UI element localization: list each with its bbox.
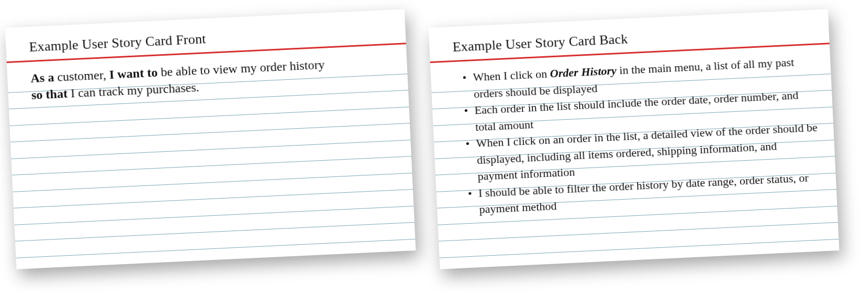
index-card-back: Example User Story Card Back When I clic… bbox=[429, 9, 840, 269]
criterion-text-pre: When I click on bbox=[473, 67, 551, 84]
i-want-to-value: be able to view my order history bbox=[160, 58, 325, 79]
criterion-emphasis: Order History bbox=[550, 64, 617, 80]
so-that-label: so that bbox=[31, 87, 68, 102]
back-card-title: Example User Story Card Back bbox=[452, 31, 628, 55]
acceptance-criteria-list: When I click on Order History in the mai… bbox=[462, 53, 821, 218]
as-a-value: customer, bbox=[57, 68, 106, 84]
stage: Example User Story Card Front As a custo… bbox=[0, 0, 868, 292]
back-card-body: When I click on Order History in the mai… bbox=[462, 53, 821, 218]
i-want-to-label: I want to bbox=[109, 66, 158, 81]
index-card-front: Example User Story Card Front As a custo… bbox=[5, 9, 416, 269]
card-surface: Example User Story Card Back When I clic… bbox=[429, 9, 840, 269]
as-a-label: As a bbox=[31, 70, 55, 85]
front-card-title: Example User Story Card Front bbox=[29, 31, 207, 55]
card-surface: Example User Story Card Front As a custo… bbox=[5, 9, 416, 269]
